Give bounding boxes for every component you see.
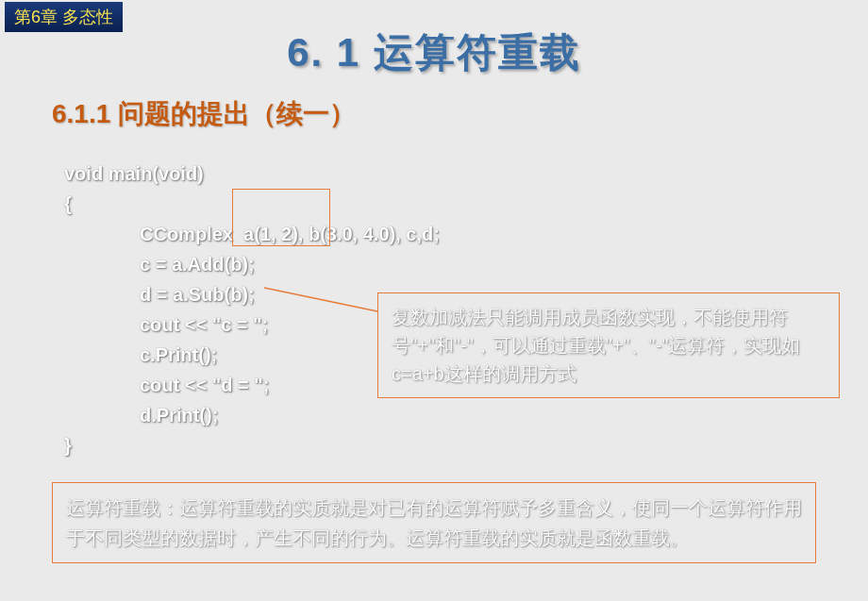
code-line: d.Print(); [64,400,868,430]
code-highlight: a.Add(b); [172,254,255,275]
chapter-badge: 第6章 多态性 [5,2,123,32]
code-line: CComplex a(1, 2), b(3.0, 4.0), c,d; [64,219,868,249]
code-line: } [64,430,868,460]
code-text: d = [140,284,173,305]
callout-box: 复数加减法只能调用成员函数实现，不能使用符号"+"和"-"，可以通过重载"+"、… [377,292,840,398]
code-line: c = a.Add(b); [64,249,868,279]
code-line: void main(void) [64,159,868,189]
code-highlight: a.Sub(b); [173,284,255,305]
code-line: { [64,189,868,219]
main-title: 6. 1 运算符重载 [0,26,868,79]
summary-box: 运算符重载：运算符重载的实质就是对已有的运算符赋予多重含义，使同一个运算符作用于… [52,482,816,563]
code-text: c = [140,254,172,275]
section-title: 6.1.1 问题的提出（续一） [52,96,868,132]
